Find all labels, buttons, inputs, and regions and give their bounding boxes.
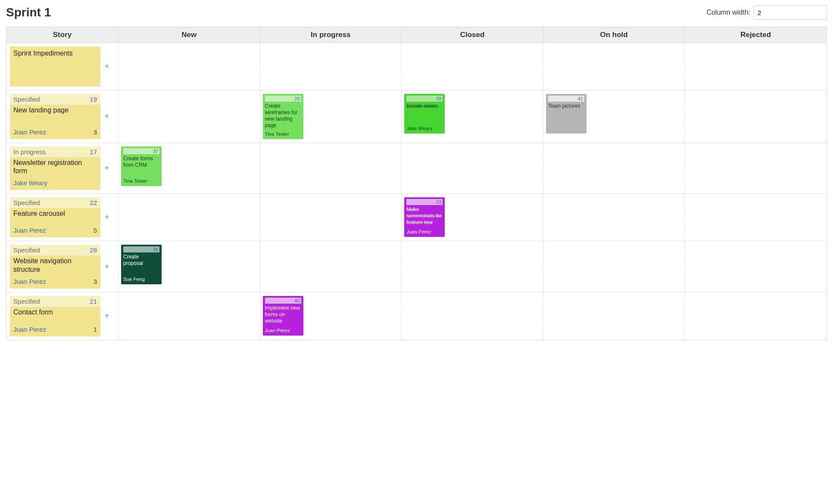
lane-closed[interactable]: 23Make screenshots for feature tourJuan … bbox=[402, 194, 543, 241]
add-task-button[interactable]: + bbox=[100, 296, 113, 336]
lane-rejected[interactable] bbox=[685, 194, 827, 241]
board-row: Sprint Impediments+ bbox=[6, 43, 827, 90]
story-cell: Sprint Impediments+ bbox=[6, 43, 119, 90]
story-title: Website navigation structure bbox=[13, 257, 97, 273]
story-owner[interactable]: Juan Perez bbox=[13, 227, 46, 234]
task-id: 20 bbox=[294, 96, 300, 101]
story-id: 17 bbox=[90, 148, 97, 156]
lane-closed[interactable] bbox=[402, 241, 543, 292]
lane-closed[interactable] bbox=[402, 292, 543, 340]
board-row: Specified21Contact formJuan Perez1+40Imp… bbox=[6, 292, 827, 340]
add-task-button[interactable]: + bbox=[100, 146, 113, 190]
task-id: 39 bbox=[436, 96, 441, 101]
story-owner[interactable]: Juan Perez bbox=[13, 326, 46, 333]
board-row: Specified19New landing pageJuan Perez3+2… bbox=[6, 90, 827, 143]
lane-in-progress[interactable] bbox=[260, 43, 402, 90]
task-owner: Tina Tester bbox=[265, 129, 301, 137]
story-owner[interactable]: Juan Perez bbox=[13, 128, 46, 136]
column-width-input[interactable] bbox=[754, 5, 827, 20]
lane-in-progress[interactable] bbox=[260, 194, 402, 241]
lane-rejected[interactable] bbox=[685, 143, 827, 193]
column-width-label: Column width: bbox=[707, 9, 750, 16]
story-card[interactable]: Specified19New landing pageJuan Perez3 bbox=[10, 94, 100, 139]
story-title: Sprint Impediments bbox=[13, 49, 97, 57]
lane-on-hold[interactable]: 41Team pictures bbox=[543, 90, 685, 143]
task-card[interactable]: 41Team pictures bbox=[546, 94, 587, 134]
lane-closed[interactable] bbox=[402, 43, 543, 90]
column-width-control: Column width: bbox=[707, 5, 827, 20]
story-status: Specified bbox=[13, 246, 40, 254]
board-row: In progress17Newsletter registration for… bbox=[6, 143, 827, 194]
story-status: In progress bbox=[13, 148, 46, 156]
lane-closed[interactable] bbox=[402, 143, 543, 193]
add-task-button[interactable]: + bbox=[100, 94, 113, 139]
board-row: Specified28Website navigation structureJ… bbox=[6, 241, 827, 292]
lane-on-hold[interactable] bbox=[543, 241, 685, 292]
lane-new[interactable] bbox=[119, 90, 260, 143]
task-id: 40 bbox=[294, 298, 300, 303]
task-owner: Sue Feng bbox=[123, 274, 159, 282]
lane-on-hold[interactable] bbox=[543, 292, 685, 340]
story-id: 21 bbox=[90, 298, 97, 305]
story-card[interactable]: Specified22Feature carouselJuan Perez5 bbox=[10, 197, 100, 237]
lane-rejected[interactable] bbox=[685, 241, 827, 292]
story-cell: Specified21Contact formJuan Perez1+ bbox=[6, 292, 119, 340]
header-story: Story bbox=[6, 27, 119, 43]
task-card[interactable]: 39Decide colorsJake Weary bbox=[404, 94, 445, 134]
lane-in-progress[interactable] bbox=[260, 143, 402, 193]
add-task-button[interactable]: + bbox=[100, 47, 113, 87]
story-owner[interactable]: Juan Perez bbox=[13, 278, 46, 285]
lane-rejected[interactable] bbox=[685, 43, 827, 90]
lane-on-hold[interactable] bbox=[543, 194, 685, 241]
story-status: Specified bbox=[13, 199, 40, 206]
lane-new[interactable]: 38Create proposalSue Feng bbox=[119, 241, 260, 292]
task-owner: Tina Tester bbox=[123, 176, 159, 184]
add-task-button[interactable]: + bbox=[100, 245, 113, 288]
task-card[interactable]: 40Implement new forms on websiteJuan Per… bbox=[263, 296, 303, 336]
story-title: Contact form bbox=[13, 308, 97, 316]
lane-closed[interactable]: 39Decide colorsJake Weary bbox=[402, 90, 543, 143]
task-title: Implement new forms on website bbox=[265, 305, 301, 324]
add-task-button[interactable]: + bbox=[100, 197, 113, 237]
task-title: Team pictures bbox=[548, 103, 584, 109]
board-header: Story New In progress Closed On hold Rej… bbox=[6, 27, 827, 43]
task-card[interactable]: 20Create wireframes for new landing page… bbox=[263, 94, 303, 139]
lane-in-progress[interactable] bbox=[260, 241, 402, 292]
story-card[interactable]: In progress17Newsletter registration for… bbox=[10, 146, 100, 190]
story-card[interactable]: Sprint Impediments bbox=[10, 47, 100, 87]
lane-rejected[interactable] bbox=[685, 90, 827, 143]
task-id: 23 bbox=[436, 199, 441, 205]
story-owner[interactable]: Jake Weary bbox=[13, 179, 47, 187]
kanban-board: Story New In progress Closed On hold Rej… bbox=[6, 27, 827, 340]
task-id: 38 bbox=[153, 247, 158, 252]
lane-new[interactable]: 37Create forms from CRMTina Tester bbox=[119, 143, 260, 193]
story-status: Specified bbox=[13, 96, 40, 103]
story-points: 3 bbox=[94, 278, 97, 285]
story-id: 19 bbox=[90, 96, 97, 103]
story-cell: In progress17Newsletter registration for… bbox=[6, 143, 119, 193]
header-in-progress: In progress bbox=[260, 27, 402, 43]
lane-on-hold[interactable] bbox=[543, 43, 685, 90]
lane-in-progress[interactable]: 20Create wireframes for new landing page… bbox=[260, 90, 402, 143]
lane-new[interactable] bbox=[119, 43, 260, 90]
task-card[interactable]: 37Create forms from CRMTina Tester bbox=[121, 146, 162, 186]
story-points: 1 bbox=[94, 326, 97, 333]
lane-new[interactable] bbox=[119, 292, 260, 340]
task-card[interactable]: 23Make screenshots for feature tourJuan … bbox=[404, 197, 445, 237]
task-card[interactable]: 38Create proposalSue Feng bbox=[121, 245, 162, 284]
task-title: Decide colors bbox=[406, 103, 443, 109]
task-id: 37 bbox=[153, 149, 158, 154]
task-title: Make screenshots for feature tour bbox=[406, 206, 443, 226]
story-cell: Specified28Website navigation structureJ… bbox=[6, 241, 119, 292]
lane-new[interactable] bbox=[119, 194, 260, 241]
story-title: Newsletter registration form bbox=[13, 159, 97, 175]
story-card[interactable]: Specified28Website navigation structureJ… bbox=[10, 245, 100, 288]
story-cell: Specified22Feature carouselJuan Perez5+ bbox=[6, 194, 119, 241]
board-row: Specified22Feature carouselJuan Perez5+2… bbox=[6, 194, 827, 241]
story-card[interactable]: Specified21Contact formJuan Perez1 bbox=[10, 296, 100, 336]
story-cell: Specified19New landing pageJuan Perez3+ bbox=[6, 90, 119, 143]
story-points: 3 bbox=[94, 128, 97, 136]
lane-on-hold[interactable] bbox=[543, 143, 685, 193]
lane-in-progress[interactable]: 40Implement new forms on websiteJuan Per… bbox=[260, 292, 402, 340]
lane-rejected[interactable] bbox=[685, 292, 827, 340]
